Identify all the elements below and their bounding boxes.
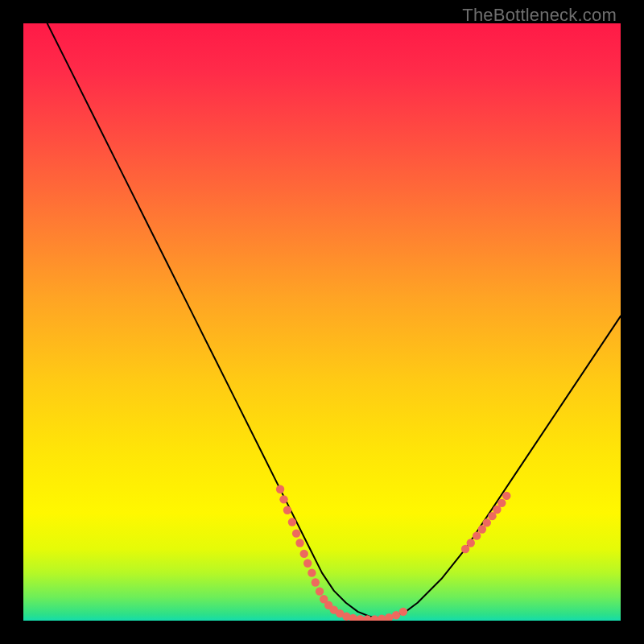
- data-marker: [288, 518, 296, 526]
- data-marker: [283, 506, 291, 514]
- data-marker: [295, 539, 303, 547]
- data-marker: [502, 492, 510, 500]
- curve-svg: [23, 23, 621, 621]
- watermark-text: TheBottleneck.com: [462, 5, 617, 26]
- data-marker: [276, 485, 284, 493]
- data-marker: [473, 531, 481, 539]
- data-marker: [467, 539, 475, 547]
- data-marker: [300, 550, 308, 558]
- data-marker: [378, 615, 386, 621]
- data-marker: [303, 559, 312, 568]
- data-marker: [385, 613, 393, 621]
- data-marker: [316, 587, 324, 595]
- data-marker: [356, 615, 364, 621]
- data-marker: [308, 568, 316, 576]
- chart-frame: TheBottleneck.com: [0, 0, 644, 644]
- data-marker: [497, 499, 506, 507]
- data-marker: [279, 495, 287, 503]
- bottleneck-curve: [47, 23, 621, 619]
- plot-area: [23, 23, 621, 621]
- data-marker: [392, 611, 400, 619]
- data-marker: [292, 529, 300, 537]
- data-marker: [399, 608, 407, 616]
- data-marker: [312, 578, 320, 586]
- data-marker: [483, 518, 491, 526]
